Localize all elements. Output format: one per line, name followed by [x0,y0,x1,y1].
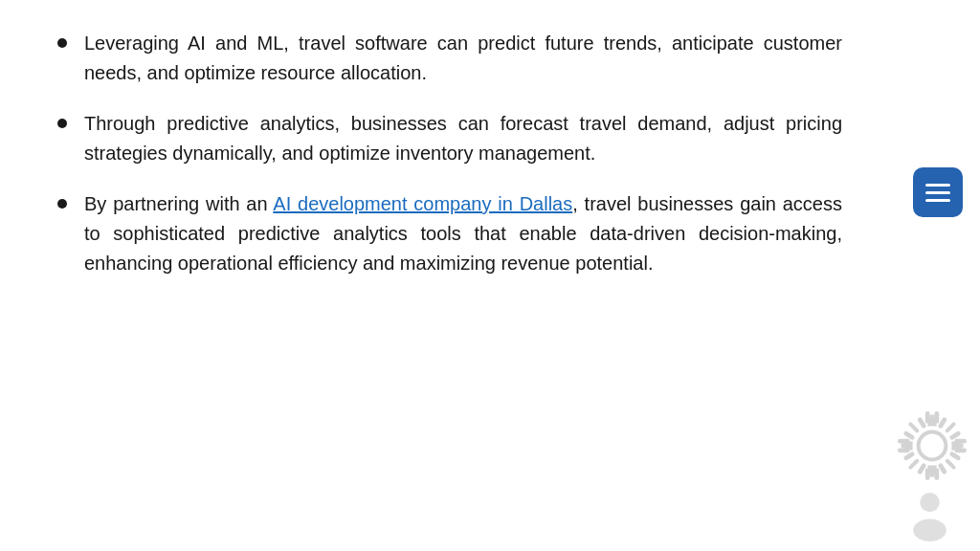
bullet-dot [57,199,67,209]
menu-button[interactable] [913,167,963,217]
bullet-dot [57,38,67,48]
person-icon [903,489,956,541]
bullet-dot [57,119,67,128]
menu-bar [925,191,950,194]
person-icon-container [903,489,956,541]
bullet2-text: Through predictive analytics, businesses… [84,109,842,168]
list-item: Through predictive analytics, businesses… [57,109,842,168]
svg-point-1 [920,493,939,512]
gear-icon-container [894,408,970,484]
list-item: By partnering with an AI development com… [57,189,842,278]
menu-bar [925,199,950,202]
bullet1-text: Leveraging AI and ML, travel software ca… [84,29,842,88]
list-item: Leveraging AI and ML, travel software ca… [57,29,842,88]
gear-icon [894,408,970,484]
bullet-list: Leveraging AI and ML, travel software ca… [57,29,842,278]
main-content: Leveraging AI and ML, travel software ca… [0,0,900,328]
menu-bar [925,184,950,187]
svg-point-2 [913,518,947,541]
svg-point-0 [919,432,947,460]
bullet3-before: By partnering with an [84,193,273,214]
ai-company-link[interactable]: AI development company in Dallas [273,193,572,214]
bullet3-text: By partnering with an AI development com… [84,189,842,278]
